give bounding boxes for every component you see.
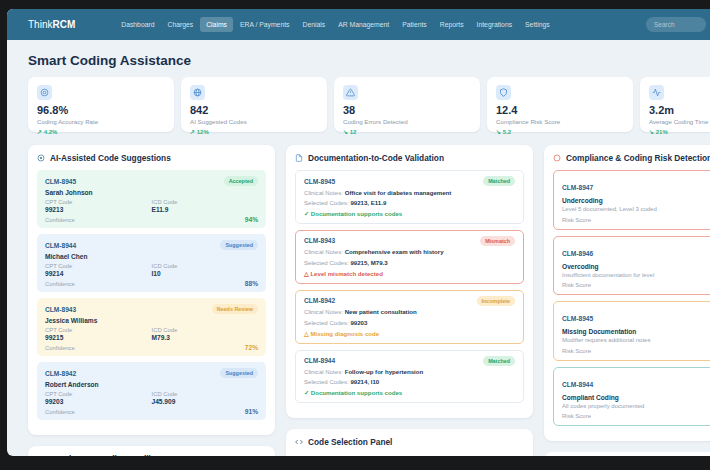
confidence-label: Confidence <box>45 217 75 223</box>
risk-score-label: Risk Score <box>562 348 710 354</box>
nav-item[interactable]: Denials <box>296 17 331 32</box>
kpi-trend-value: 12% <box>197 129 209 135</box>
validation-card[interactable]: CLM-8943 Mismatch Clinical Notes: Compre… <box>295 230 524 284</box>
nav-item[interactable]: Integrations <box>471 17 519 32</box>
clinical-notes-line: Clinical Notes: New patient consultation <box>304 308 515 316</box>
kpi-trend: ↘ 12 <box>343 128 471 135</box>
code-columns: CPT Code 99203 ICD Code J45.909 <box>45 391 258 405</box>
panel-header: Compliance & Coding Risk Detection <box>553 153 710 163</box>
notes-value: Office visit for diabetes management <box>345 189 452 196</box>
nav-item[interactable]: ERA / Payments <box>234 17 296 32</box>
claim-id: CLM-8946 <box>562 250 593 257</box>
brand-suffix: RCM <box>52 19 75 30</box>
confidence-value: 91% <box>245 408 258 415</box>
confidence-value: 72% <box>245 344 258 351</box>
risk-type: Compliant Coding <box>562 394 710 401</box>
column-left: AI-Assisted Code Suggestions CLM-8945 Ac… <box>28 145 275 456</box>
panel-header: Documentation-to-Code Validation <box>295 153 524 163</box>
cpt-value: 99214 <box>45 270 152 277</box>
cpt-value: 99203 <box>45 398 152 405</box>
cpt-value: 99213 <box>45 206 152 213</box>
panel-documentation-validation: Documentation-to-Code Validation CLM-894… <box>286 145 533 418</box>
suggestion-card[interactable]: CLM-8943 Needs Review Jessica Williams C… <box>37 298 266 356</box>
kpi-value: 38 <box>343 104 471 116</box>
cpt-value: 99215 <box>45 334 152 341</box>
kpi-trend: ↘ 5.2 <box>496 128 624 135</box>
code-columns: CPT Code 99213 ICD Code E11.9 <box>45 199 258 213</box>
trend-down-icon: ↘ <box>649 129 654 135</box>
compliance-card[interactable]: CLM-8947 Undercoding Level 5 documented,… <box>553 170 710 230</box>
nav-item[interactable]: AR Management <box>332 17 395 32</box>
claim-id: CLM-8945 <box>45 178 76 185</box>
panel-title: Code Selection Panel <box>308 437 392 447</box>
claim-id: CLM-8943 <box>45 306 76 313</box>
nav-item[interactable]: Charges <box>162 17 200 32</box>
suggestion-card[interactable]: CLM-8945 Accepted Sarah Johnson CPT Code… <box>37 170 266 228</box>
selected-codes-line: Selected Codes: 99213, E11.9 <box>304 199 515 207</box>
patient-name: Sarah Johnson <box>45 189 258 196</box>
compliance-card[interactable]: CLM-8944 Compliant Coding All codes prop… <box>553 367 710 427</box>
risk-score-label: Risk Score <box>562 413 710 419</box>
codes-value: 99215, M79.3 <box>350 259 387 266</box>
activity-icon <box>649 85 664 100</box>
risk-score-label: Risk Score <box>562 217 710 223</box>
status-badge: Needs Review <box>212 304 258 314</box>
brand-logo[interactable]: ThinkRCM <box>28 19 75 30</box>
status-badge: Mismatch <box>480 236 515 246</box>
validation-card[interactable]: CLM-8942 Incomplete Clinical Notes: New … <box>295 290 524 344</box>
claim-id: CLM-8944 <box>562 381 593 388</box>
code-columns: CPT Code 99214 ICD Code I10 <box>45 263 258 277</box>
claim-id: CLM-8945 <box>304 178 335 185</box>
status-badge: Suggested <box>220 368 258 378</box>
patient-name: Michael Chen <box>45 253 258 260</box>
claim-id: CLM-8945 <box>562 315 593 322</box>
suggestion-card[interactable]: CLM-8942 Suggested Robert Anderson CPT C… <box>37 362 266 420</box>
sparkle-icon <box>37 455 45 456</box>
alert-circle-icon <box>553 154 561 162</box>
icd-value: M79.3 <box>152 334 259 341</box>
notes-value: New patient consultation <box>345 308 417 315</box>
icd-value: I10 <box>152 270 259 277</box>
confidence-value: 88% <box>245 280 258 287</box>
panel-compliance-risk: Compliance & Coding Risk Detection CLM-8… <box>544 145 710 441</box>
panel-header: Continuous Coding Intelligence <box>37 454 266 456</box>
nav-item[interactable]: Patients <box>396 17 433 32</box>
kpi-card-average-coding-time: 3.2m Average Coding Time ↘ 21% <box>640 77 710 132</box>
notes-label: Clinical Notes: <box>304 248 343 255</box>
validation-card[interactable]: CLM-8944 Matched Clinical Notes: Follow-… <box>295 350 524 404</box>
brand-prefix: Think <box>28 19 52 30</box>
nav-item[interactable]: Reports <box>434 17 470 32</box>
nav-item[interactable]: Claims <box>200 17 233 32</box>
notes-value: Follow-up for hypertension <box>345 368 424 375</box>
kpi-trend-value: 21% <box>656 129 668 135</box>
confidence-label: Confidence <box>45 345 75 351</box>
validation-card[interactable]: CLM-8945 Matched Clinical Notes: Office … <box>295 170 524 224</box>
nav-item[interactable]: Dashboard <box>115 17 160 32</box>
compliance-card[interactable]: CLM-8946 Overcoding Insufficient documen… <box>553 236 710 296</box>
kpi-trend-value: 4.2% <box>44 129 58 135</box>
search-input[interactable] <box>646 17 706 32</box>
code-columns: CPT Code 99215 ICD Code M79.3 <box>45 327 258 341</box>
risk-description: Level 5 documented, Level 3 coded <box>562 206 710 214</box>
validation-message: Missing diagnosis code <box>304 330 515 337</box>
codes-value: 99203 <box>350 319 367 326</box>
panel-ai-suggestions: AI-Assisted Code Suggestions CLM-8945 Ac… <box>28 145 275 435</box>
validation-message: Level mismatch detected <box>304 270 515 277</box>
document-icon <box>295 154 303 162</box>
kpi-card-ai-suggested-codes: 842 AI Suggested Codes ↗ 12% <box>181 77 327 132</box>
kpi-value: 96.8% <box>37 104 165 116</box>
suggestion-card[interactable]: CLM-8944 Suggested Michael Chen CPT Code… <box>37 234 266 292</box>
kpi-value: 842 <box>190 104 318 116</box>
panel-header: Code Selection Panel <box>295 437 524 447</box>
confidence-label: Confidence <box>45 281 75 287</box>
codes-label: Selected Codes: <box>304 199 349 206</box>
nav-item[interactable]: Settings <box>519 17 556 32</box>
risk-description: Modifier requires additional notes <box>562 337 710 345</box>
icd-label: ICD Code <box>152 199 259 205</box>
compliance-card[interactable]: CLM-8945 Missing Documentation Modifier … <box>553 301 710 361</box>
trend-up-icon: ↗ <box>190 129 195 135</box>
kpi-row: 96.8% Coding Accuracy Rate ↗ 4.2% 842 AI… <box>28 77 710 132</box>
kpi-card-coding-accuracy: 96.8% Coding Accuracy Rate ↗ 4.2% <box>28 77 174 132</box>
kpi-label: Coding Errors Detected <box>343 118 471 125</box>
column-right: Compliance & Coding Risk Detection CLM-8… <box>544 145 710 456</box>
